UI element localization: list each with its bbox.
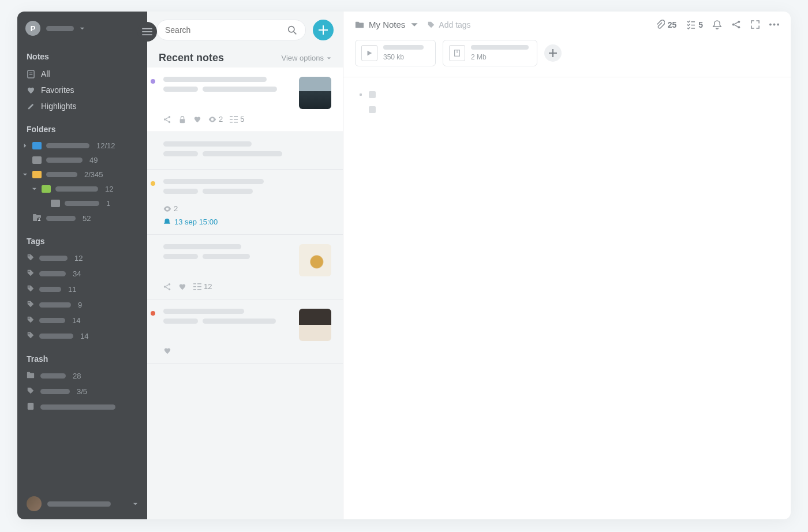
folder-count: 1 [106, 199, 110, 208]
svg-point-12 [28, 317, 29, 319]
view-options-label: View options [282, 54, 324, 62]
breadcrumb[interactable]: My Notes [355, 20, 419, 29]
svg-point-21 [169, 121, 171, 123]
note-snippet-placeholder [163, 254, 198, 259]
more-button[interactable] [769, 20, 779, 29]
fullscreen-button[interactable] [750, 20, 760, 29]
folder-item[interactable]: 52 [17, 211, 147, 226]
workspace-switcher[interactable]: P [17, 12, 147, 42]
note-list-item[interactable]: 12 [147, 235, 343, 299]
tasks-count: 5 [230, 115, 244, 123]
heart-icon [193, 115, 201, 123]
svg-rect-40 [197, 286, 201, 287]
folder-item[interactable]: 2/345 [17, 167, 147, 182]
note-list-panel: Recent notes View options 25213 sep 15:0… [147, 12, 343, 519]
tag-count: 34 [73, 269, 81, 278]
folder-item[interactable]: 49 [17, 153, 147, 167]
svg-line-49 [735, 25, 738, 27]
section-title-tags: Tags [17, 226, 147, 250]
reminder-badge[interactable]: 13 sep 15:00 [156, 218, 331, 226]
svg-point-15 [289, 26, 294, 32]
folder-item[interactable]: 1 [17, 196, 147, 211]
svg-rect-37 [193, 286, 196, 287]
svg-rect-38 [193, 289, 196, 290]
folder-item[interactable]: 12 [17, 182, 147, 196]
tag-item[interactable]: 34 [17, 266, 147, 282]
search-input[interactable] [165, 25, 287, 35]
shared-folder-icon [32, 213, 42, 223]
tag-item[interactable]: 12 [17, 250, 147, 266]
trash-count: 28 [73, 372, 81, 380]
reminders-button[interactable] [712, 20, 722, 29]
trash-item[interactable]: 3/5 [17, 384, 147, 399]
breadcrumb-label: My Notes [369, 20, 405, 29]
color-dot [151, 311, 155, 316]
tag-count: 14 [72, 316, 80, 325]
trash-item[interactable]: 28 [17, 368, 147, 384]
nav-favorites[interactable]: Favorites [17, 82, 147, 98]
attachments-counter[interactable]: 25 [655, 20, 677, 29]
svg-point-52 [777, 24, 779, 26]
svg-point-9 [28, 271, 29, 272]
note-body[interactable] [343, 77, 791, 135]
views-count: 2 [208, 115, 223, 123]
collapse-sidebar-button[interactable] [137, 22, 157, 42]
view-options-menu[interactable]: View options [282, 54, 331, 62]
note-meta-row: 2 [156, 204, 331, 213]
tag-item[interactable]: 11 [17, 282, 147, 297]
body-line [360, 91, 775, 98]
svg-rect-1 [142, 31, 152, 32]
add-tags-button[interactable]: Add tags [427, 20, 470, 29]
sidebar: P Notes All Favorites Highlights Folders… [17, 12, 147, 519]
folder-expand-icon[interactable] [31, 186, 37, 192]
nav-highlights[interactable]: Highlights [17, 98, 147, 114]
plus-icon [319, 25, 328, 35]
heart-icon [178, 283, 186, 291]
plus-icon [549, 49, 557, 57]
search-field[interactable] [156, 20, 306, 40]
folder-expand-icon[interactable] [22, 143, 28, 148]
tag-item[interactable]: 14 [17, 328, 147, 344]
tag-name-placeholder [39, 334, 73, 339]
folder-name-placeholder [65, 201, 99, 206]
share-button[interactable] [731, 20, 741, 29]
note-list-item[interactable] [147, 299, 343, 364]
attachment-archive[interactable]: 2 Mb [443, 40, 537, 66]
attachment-video[interactable]: 350 kb [355, 40, 436, 66]
video-icon [361, 45, 377, 61]
folder-count: 12/12 [96, 141, 115, 150]
attachment-name-placeholder [471, 45, 529, 50]
svg-line-16 [294, 32, 296, 34]
trash-item[interactable] [17, 399, 147, 415]
app-window: P Notes All Favorites Highlights Folders… [17, 12, 791, 519]
note-meta-row [156, 347, 331, 355]
add-attachment-button[interactable] [544, 44, 562, 62]
user-menu[interactable] [17, 488, 147, 519]
note-list-item[interactable]: 213 sep 15:00 [147, 170, 343, 235]
svg-rect-2 [142, 34, 152, 35]
tag-item[interactable]: 14 [17, 313, 147, 328]
svg-point-31 [164, 286, 166, 288]
folder-name-placeholder [46, 216, 76, 221]
svg-point-47 [738, 26, 740, 28]
note-list-item[interactable]: 25 [147, 68, 343, 132]
nav-all-notes[interactable]: All [17, 66, 147, 82]
tag-item[interactable]: 9 [17, 297, 147, 313]
note-list-item[interactable] [147, 132, 343, 170]
svg-point-50 [769, 24, 772, 26]
folder-name-placeholder [46, 158, 83, 163]
note-snippet-placeholder [203, 87, 277, 92]
folder-item[interactable]: 12/12 [17, 138, 147, 153]
svg-rect-27 [230, 122, 233, 123]
tag-icon [427, 21, 435, 29]
tasks-counter[interactable]: 5 [686, 20, 703, 29]
note-snippet-placeholder [163, 151, 198, 156]
svg-rect-39 [197, 283, 201, 284]
svg-rect-26 [230, 119, 233, 120]
highlight-icon [27, 102, 35, 111]
tag-count: 12 [74, 254, 83, 263]
folder-expand-icon[interactable] [22, 172, 28, 177]
svg-point-32 [169, 283, 171, 285]
new-note-button[interactable] [313, 20, 334, 40]
svg-rect-4 [29, 72, 33, 73]
